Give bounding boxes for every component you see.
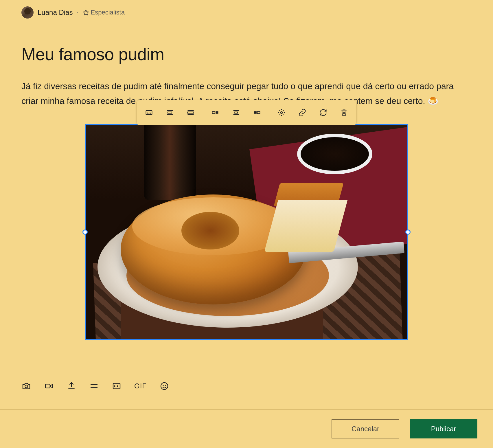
emoji-icon bbox=[160, 381, 169, 391]
video-icon bbox=[44, 381, 54, 391]
image-frame[interactable] bbox=[85, 124, 408, 340]
image-toolbar: 1:1 bbox=[137, 100, 356, 125]
gear-icon bbox=[277, 109, 286, 117]
author-name[interactable]: Luana Dias bbox=[38, 8, 73, 16]
replace-button[interactable] bbox=[319, 108, 328, 117]
align-center-button[interactable] bbox=[231, 108, 241, 117]
trash-icon bbox=[340, 109, 348, 117]
publish-button[interactable]: Publicar bbox=[410, 419, 477, 438]
divider-button[interactable] bbox=[89, 381, 99, 391]
toolbar-group-actions bbox=[269, 100, 356, 125]
svg-text:1:1: 1:1 bbox=[147, 111, 151, 114]
badge-label: Especialista bbox=[91, 9, 125, 16]
toolbar-group-align bbox=[203, 100, 269, 125]
cancel-button[interactable]: Cancelar bbox=[332, 419, 399, 438]
avatar[interactable] bbox=[21, 6, 34, 19]
author-row: Luana Dias · Especialista bbox=[21, 6, 472, 19]
original-size-icon: 1:1 bbox=[145, 109, 153, 117]
link-icon bbox=[298, 109, 306, 117]
video-button[interactable] bbox=[44, 381, 54, 391]
align-right-icon bbox=[253, 109, 261, 117]
original-size-button[interactable]: 1:1 bbox=[144, 108, 154, 117]
post-title[interactable]: Meu famoso pudim bbox=[21, 45, 472, 64]
delete-button[interactable] bbox=[339, 108, 349, 117]
refresh-icon bbox=[319, 109, 327, 117]
svg-rect-8 bbox=[212, 112, 215, 114]
author-badge: Especialista bbox=[83, 9, 125, 16]
image-content bbox=[86, 125, 407, 339]
emoji-button[interactable] bbox=[159, 381, 169, 391]
resize-handle-left[interactable] bbox=[82, 229, 88, 235]
svg-rect-13 bbox=[235, 112, 237, 113]
svg-rect-23 bbox=[45, 384, 50, 388]
svg-rect-6 bbox=[188, 112, 194, 113]
full-width-icon bbox=[187, 109, 195, 117]
align-right-button[interactable] bbox=[252, 108, 262, 117]
settings-button[interactable] bbox=[277, 108, 286, 117]
divider-icon bbox=[89, 381, 99, 391]
separator-dot: · bbox=[77, 9, 78, 16]
svg-point-29 bbox=[165, 385, 165, 385]
resize-handle-right[interactable] bbox=[405, 229, 411, 235]
upload-button[interactable] bbox=[67, 381, 76, 391]
camera-button[interactable] bbox=[21, 381, 31, 391]
svg-rect-3 bbox=[168, 112, 172, 113]
svg-point-28 bbox=[163, 385, 163, 385]
code-button[interactable] bbox=[112, 381, 122, 391]
align-left-icon bbox=[211, 109, 219, 117]
footer: Cancelar Publicar bbox=[0, 409, 493, 448]
svg-rect-18 bbox=[257, 112, 260, 114]
best-fit-icon bbox=[166, 109, 174, 117]
best-fit-button[interactable] bbox=[165, 108, 174, 117]
gif-button[interactable]: GIF bbox=[134, 382, 147, 390]
svg-point-22 bbox=[25, 385, 27, 388]
upload-icon bbox=[67, 381, 76, 391]
toolbar-group-size: 1:1 bbox=[137, 100, 203, 125]
align-left-button[interactable] bbox=[211, 108, 220, 117]
star-icon bbox=[83, 9, 89, 16]
link-button[interactable] bbox=[298, 108, 307, 117]
full-width-button[interactable] bbox=[186, 108, 195, 117]
camera-icon bbox=[22, 381, 31, 391]
attachment-bar: GIF bbox=[21, 381, 169, 391]
post-image[interactable] bbox=[85, 124, 408, 340]
svg-point-27 bbox=[161, 383, 168, 390]
svg-point-19 bbox=[281, 112, 283, 114]
code-icon bbox=[112, 381, 121, 391]
align-center-icon bbox=[232, 109, 240, 117]
